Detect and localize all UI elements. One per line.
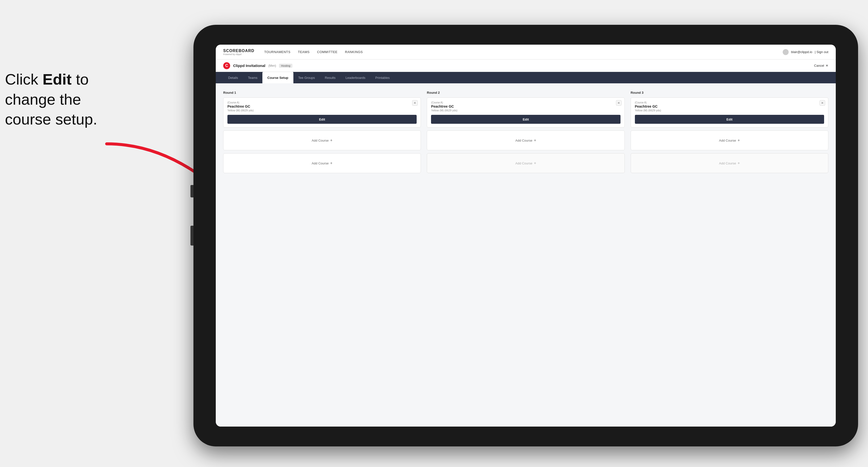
round-2-delete-button[interactable]: ✕ xyxy=(616,100,621,106)
cancel-icon: ✕ xyxy=(826,64,828,67)
user-email: blair@clippd.io xyxy=(791,50,812,54)
round-3-add-course-2: Add Course + xyxy=(631,153,828,173)
round-1-title: Round 1 xyxy=(223,91,421,94)
side-button-small xyxy=(190,185,193,197)
event-left: C Clippd Invitational (Men) Hosting xyxy=(223,62,292,69)
round-1-column: Round 1 ✕ (Course A) Peachtree GC Yellow… xyxy=(223,91,421,176)
round-2-add-course-1[interactable]: Add Course + xyxy=(427,130,624,150)
round-3-course-name: Peachtree GC xyxy=(635,104,824,108)
round-1-delete-button[interactable]: ✕ xyxy=(412,100,417,106)
clippd-logo: C xyxy=(223,62,230,69)
event-name: Clippd Invitational xyxy=(233,63,266,68)
round-1-edit-button[interactable]: Edit xyxy=(227,115,416,124)
nav-right: blair@clippd.io | Sign out xyxy=(783,49,828,55)
logo-title: SCOREBOARD xyxy=(223,49,254,53)
round-2-add-course-1-label: Add Course xyxy=(515,138,532,142)
round-2-add-course-1-plus: + xyxy=(534,138,536,143)
round-3-edit-button[interactable]: Edit xyxy=(635,115,824,124)
clippd-letter: C xyxy=(225,63,228,68)
event-gender: (Men) xyxy=(268,64,276,67)
tab-results[interactable]: Results xyxy=(320,72,341,83)
round-3-add-course-2-label: Add Course xyxy=(719,161,736,165)
round-1-add-course-1-plus: + xyxy=(330,138,332,143)
tab-details[interactable]: Details xyxy=(223,72,243,83)
round-3-delete-button[interactable]: ✕ xyxy=(819,100,825,106)
cancel-label: Cancel xyxy=(814,64,824,67)
instruction-bold: Edit xyxy=(43,71,72,88)
round-2-course-details: Yellow (M) (6629 yds) xyxy=(431,109,620,112)
round-1-add-course-2[interactable]: Add Course + xyxy=(223,153,421,173)
round-3-add-course-2-plus: + xyxy=(738,161,740,165)
round-3-title: Round 3 xyxy=(631,91,828,94)
rounds-grid: Round 1 ✕ (Course A) Peachtree GC Yellow… xyxy=(223,91,828,176)
tab-teams[interactable]: Teams xyxy=(243,72,262,83)
nav-committee[interactable]: COMMITTEE xyxy=(317,50,338,54)
tab-bar: Details Teams Course Setup Tee Groups Re… xyxy=(216,72,836,83)
round-2-course-label: (Course A) xyxy=(431,101,620,104)
round-3-course-label: (Course A) xyxy=(635,101,824,104)
round-2-course-name: Peachtree GC xyxy=(431,104,620,108)
round-1-add-course-2-plus: + xyxy=(330,161,332,165)
round-1-add-course-2-label: Add Course xyxy=(312,161,329,165)
nav-tournaments[interactable]: TOURNAMENTS xyxy=(265,50,291,54)
tab-tee-groups[interactable]: Tee Groups xyxy=(293,72,320,83)
sign-out-link[interactable]: | Sign out xyxy=(815,50,828,54)
nav-links: TOURNAMENTS TEAMS COMMITTEE RANKINGS xyxy=(265,50,783,54)
round-3-column: Round 3 ✕ (Course A) Peachtree GC Yellow… xyxy=(631,91,828,176)
tab-printables[interactable]: Printables xyxy=(370,72,395,83)
round-1-course-card: ✕ (Course A) Peachtree GC Yellow (M) (66… xyxy=(223,97,421,127)
round-2-edit-button[interactable]: Edit xyxy=(431,115,620,124)
round-2-add-course-2-plus: + xyxy=(534,161,536,165)
round-1-course-label: (Course A) xyxy=(227,101,416,104)
round-2-add-course-2-label: Add Course xyxy=(515,161,532,165)
round-3-course-details: Yellow (M) (6629 yds) xyxy=(635,109,824,112)
nav-teams[interactable]: TEAMS xyxy=(298,50,310,54)
tab-course-setup[interactable]: Course Setup xyxy=(262,72,293,83)
round-3-add-course-1-label: Add Course xyxy=(719,138,736,142)
side-button xyxy=(190,226,193,246)
logo-sub: Powered by clippd xyxy=(223,53,254,56)
tablet-device: SCOREBOARD Powered by clippd TOURNAMENTS… xyxy=(193,25,858,446)
round-1-add-course-1-label: Add Course xyxy=(312,138,329,142)
tab-leaderboards[interactable]: Leaderboards xyxy=(341,72,370,83)
round-3-course-card: ✕ (Course A) Peachtree GC Yellow (M) (66… xyxy=(631,97,828,127)
round-3-add-course-1-plus: + xyxy=(738,138,740,143)
event-bar: C Clippd Invitational (Men) Hosting Canc… xyxy=(216,60,836,72)
scoreboard-logo: SCOREBOARD Powered by clippd xyxy=(223,49,254,56)
tablet-screen: SCOREBOARD Powered by clippd TOURNAMENTS… xyxy=(216,44,836,427)
hosting-badge: Hosting xyxy=(279,64,292,68)
instruction-text: Click Edit tochange thecourse setup. xyxy=(5,69,149,129)
round-2-title: Round 2 xyxy=(427,91,624,94)
avatar xyxy=(783,49,788,55)
round-1-course-name: Peachtree GC xyxy=(227,104,416,108)
round-1-course-details: Yellow (M) (6629 yds) xyxy=(227,109,416,112)
top-navigation: SCOREBOARD Powered by clippd TOURNAMENTS… xyxy=(216,44,836,60)
round-2-column: Round 2 ✕ (Course A) Peachtree GC Yellow… xyxy=(427,91,624,176)
cancel-button[interactable]: Cancel ✕ xyxy=(814,64,828,67)
instruction-prefix: Click xyxy=(5,71,43,88)
round-2-course-card: ✕ (Course A) Peachtree GC Yellow (M) (66… xyxy=(427,97,624,127)
nav-rankings[interactable]: RANKINGS xyxy=(345,50,363,54)
round-2-add-course-2: Add Course + xyxy=(427,153,624,173)
main-content: Round 1 ✕ (Course A) Peachtree GC Yellow… xyxy=(216,83,836,427)
round-3-add-course-1[interactable]: Add Course + xyxy=(631,130,828,150)
round-1-add-course-1[interactable]: Add Course + xyxy=(223,130,421,150)
